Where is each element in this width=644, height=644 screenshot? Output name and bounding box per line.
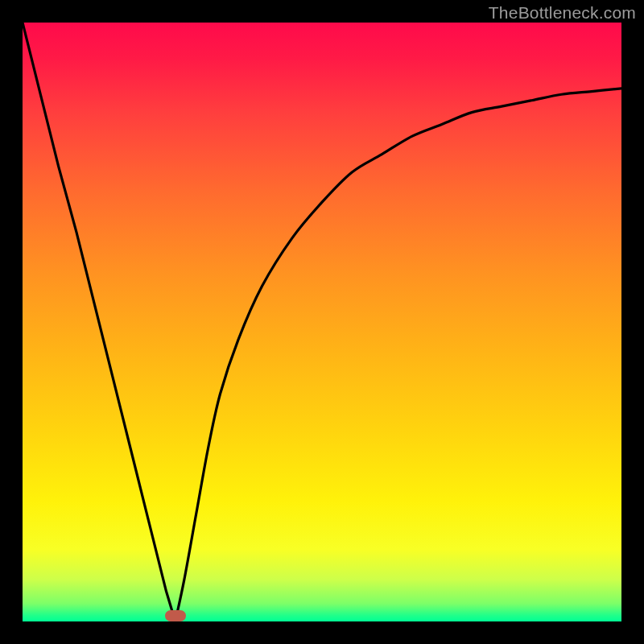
plot-inner (23, 23, 621, 621)
minimum-marker (165, 610, 186, 621)
watermark-text: TheBottleneck.com (489, 3, 636, 23)
curve-svg (23, 23, 621, 621)
chart-frame: TheBottleneck.com (0, 0, 644, 644)
plot-area (23, 23, 621, 621)
bottleneck-curve-path (23, 23, 621, 621)
